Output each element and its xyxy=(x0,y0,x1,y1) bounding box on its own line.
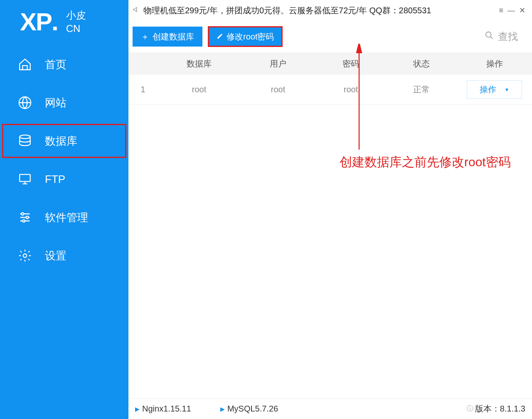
sidebar: XP . 小皮 CN 首页 网站 数据库 xyxy=(0,0,128,419)
svg-point-7 xyxy=(486,32,491,37)
search-icon xyxy=(485,31,494,42)
sidebar-item-label: FTP xyxy=(45,173,65,186)
svg-rect-2 xyxy=(20,175,30,182)
logo-cn-top: 小皮 xyxy=(66,9,86,22)
cell-password: root xyxy=(315,85,386,94)
svg-point-1 xyxy=(20,135,30,139)
svg-point-5 xyxy=(22,220,25,222)
announcement-icon xyxy=(133,6,140,15)
edit-icon xyxy=(217,32,223,42)
status-nginx: ▶ Nginx1.15.11 xyxy=(135,404,191,414)
table-row: 1 root root root 正常 操作 ▼ xyxy=(128,75,532,105)
button-label: 创建数据库 xyxy=(153,31,194,42)
column-header-db: 数据库 xyxy=(158,58,241,69)
announcement-text: 物理机低至299元/年，拼团成功0元得。云服务器低至72元/年 QQ群：2805… xyxy=(143,5,431,16)
sidebar-item-website[interactable]: 网站 xyxy=(0,84,128,122)
status-nginx-label: Nginx1.15.11 xyxy=(142,404,191,414)
version-value: 8.1.1.3 xyxy=(500,404,525,414)
row-action-button[interactable]: 操作 ▼ xyxy=(467,80,522,99)
column-header-status: 状态 xyxy=(386,58,457,69)
sidebar-item-label: 网站 xyxy=(45,96,66,110)
globe-icon xyxy=(17,95,32,110)
database-icon xyxy=(17,133,32,148)
sliders-icon xyxy=(17,210,32,225)
logo-text: XP xyxy=(20,7,52,36)
sidebar-item-label: 数据库 xyxy=(45,134,77,148)
play-icon: ▶ xyxy=(220,406,225,412)
logo: XP . 小皮 CN xyxy=(0,0,128,45)
search-input[interactable]: 查找 xyxy=(485,30,528,43)
close-button[interactable]: ✕ xyxy=(519,6,525,15)
logo-suffix: 小皮 CN xyxy=(66,9,86,35)
cell-index: 1 xyxy=(128,85,158,94)
nav: 首页 网站 数据库 FTP 软件管理 xyxy=(0,45,128,275)
button-label: 操作 xyxy=(480,84,496,95)
sidebar-item-label: 首页 xyxy=(45,57,66,72)
ftp-icon xyxy=(17,172,32,187)
svg-point-3 xyxy=(22,213,24,215)
change-root-password-button[interactable]: 修改root密码 xyxy=(208,27,282,47)
cell-user: root xyxy=(241,85,315,94)
minimize-button[interactable]: — xyxy=(507,6,515,15)
sidebar-item-ftp[interactable]: FTP xyxy=(0,160,128,198)
play-icon: ▶ xyxy=(135,406,140,412)
version-label: 版本： xyxy=(475,403,500,414)
sidebar-item-software[interactable]: 软件管理 xyxy=(0,198,128,237)
annotation-text: 创建数据库之前先修改root密码 xyxy=(340,154,511,171)
plus-icon: ＋ xyxy=(141,31,149,42)
svg-point-4 xyxy=(26,216,29,219)
cell-status: 正常 xyxy=(386,84,457,95)
main: 物理机低至299元/年，拼团成功0元得。云服务器低至72元/年 QQ群：2805… xyxy=(128,0,532,419)
search-placeholder: 查找 xyxy=(498,30,518,43)
cell-db: root xyxy=(158,85,241,94)
gear-icon xyxy=(17,248,32,263)
svg-point-6 xyxy=(23,254,27,258)
column-header-action: 操作 xyxy=(457,58,532,69)
titlebar: 物理机低至299元/年，拼团成功0元得。云服务器低至72元/年 QQ群：2805… xyxy=(128,0,532,21)
create-database-button[interactable]: ＋ 创建数据库 xyxy=(133,27,202,47)
column-header-user: 用户 xyxy=(241,58,315,69)
sidebar-item-home[interactable]: 首页 xyxy=(0,45,128,84)
column-header-password: 密码 xyxy=(315,58,386,69)
status-mysql: ▶ MySQL5.7.26 xyxy=(220,404,278,414)
statusbar: ▶ Nginx1.15.11 ▶ MySQL5.7.26 ⓘ 版本： 8.1.1… xyxy=(128,398,532,419)
sidebar-item-label: 软件管理 xyxy=(45,210,88,225)
status-mysql-label: MySQL5.7.26 xyxy=(227,404,278,414)
toolbar: ＋ 创建数据库 修改root密码 查找 xyxy=(128,21,532,52)
button-label: 修改root密码 xyxy=(227,31,274,42)
chevron-down-icon: ▼ xyxy=(505,87,510,93)
home-icon xyxy=(17,57,32,72)
info-icon: ⓘ xyxy=(467,404,473,413)
logo-cn-bottom: CN xyxy=(66,22,86,35)
menu-button[interactable]: ≡ xyxy=(499,6,503,15)
table-header: 数据库 用户 密码 状态 操作 xyxy=(128,52,532,75)
sidebar-item-label: 设置 xyxy=(45,249,66,263)
sidebar-item-settings[interactable]: 设置 xyxy=(0,237,128,275)
sidebar-item-database[interactable]: 数据库 xyxy=(0,122,128,160)
logo-dot: . xyxy=(52,7,59,36)
